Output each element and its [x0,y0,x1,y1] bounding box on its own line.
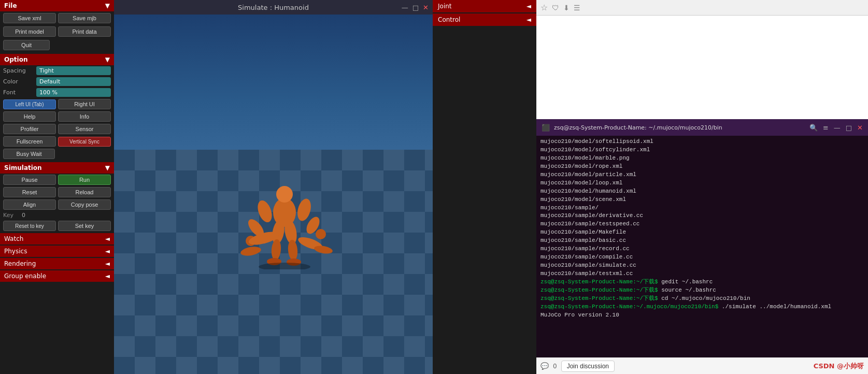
joint-section[interactable]: Joint ◄ [433,0,536,12]
prompt-2: zsq@zsq-System-Product-Name:~/下载$ [540,287,658,293]
comment-icon: 💬 [540,362,549,370]
terminal-menu-icon[interactable]: ≡ [823,124,829,132]
version-line: MuJoCo Pro version 2.10 [540,311,864,320]
font-label: Font [3,89,34,96]
svg-point-11 [287,239,298,261]
joint-label: Joint [438,3,452,10]
svg-point-17 [240,245,262,257]
quit-button[interactable]: Quit [3,40,50,50]
simulation-viewport[interactable] [114,0,433,374]
align-copy-row: Align Copy pose [0,198,114,211]
window-title-bar: Simulate : Humanoid — □ ✕ [114,0,433,15]
option-arrow: ▼ [105,56,110,63]
spacing-value[interactable]: Tight [36,66,111,75]
fullscreen-vsync-row: Fullscreen Vertical Sync [0,135,114,148]
reset-reload-row: Reset Reload [0,186,114,198]
align-button[interactable]: Align [3,199,56,210]
vertical-sync-button[interactable]: Vertical Sync [58,137,111,147]
term-line: mujoco210/sample/record.cc [540,245,864,253]
reset-setkey-row: Reset to key Set key [0,220,114,232]
close-icon[interactable]: ✕ [423,4,429,11]
menu-icon[interactable]: ☰ [574,4,580,12]
simulation-section-header[interactable]: Simulation ▼ [0,162,114,174]
terminal-minimize-icon[interactable]: — [834,124,841,132]
copy-pose-button[interactable]: Copy pose [58,199,111,210]
help-button[interactable]: Help [3,111,56,122]
prompt-line-2: zsq@zsq-System-Product-Name:~/下载$ source… [540,286,864,295]
minimize-icon[interactable]: — [402,4,408,11]
term-line: mujoco210/model/humanoid.xml [540,188,864,196]
term-line: mujoco210/sample/testspeed.cc [540,220,864,228]
left-ui-tab-button[interactable]: Left UI (Tab) [3,99,56,109]
fullscreen-button[interactable]: Fullscreen [3,136,56,147]
physics-arrow: ◄ [105,248,110,255]
shield-icon[interactable]: 🛡 [552,4,559,12]
svg-point-2 [255,198,275,224]
far-right-panel: ☆ 🛡 ⬇ ☰ ⬛ zsq@zsq-System-Product-Name: ~… [536,0,868,374]
cmd-2: source ~/.bashrc [658,287,716,293]
window-title: Simulate : Humanoid [238,4,309,11]
terminal-body[interactable]: mujoco210/model/softellipsoid.xml mujoco… [536,136,868,357]
term-line: mujoco210/sample/Makefile [540,228,864,237]
file-row-3: Quit [0,38,114,52]
profiler-button[interactable]: Profiler [3,124,56,134]
term-line: mujoco210/model/loop.xml [540,179,864,188]
term-line: mujoco210/model/scene.xml [540,196,864,204]
reset-to-key-button[interactable]: Reset to key [3,221,56,231]
save-xml-button[interactable]: Save xml [3,13,56,23]
rendering-arrow: ◄ [105,260,110,267]
prompt-line-1: zsq@zsq-System-Product-Name:~/下载$ gedit … [540,278,864,286]
discussion-bar: 💬 0 Join discussion CSDN @小帅呀 [536,357,868,374]
file-section-label: File [4,2,17,9]
term-line: mujoco210/sample/compile.cc [540,253,864,262]
busy-wait-row: Busy Wait [0,148,114,160]
terminal-panel: ⬛ zsq@zsq-System-Product-Name: ~/.mujoco… [536,119,868,357]
reset-button[interactable]: Reset [3,187,56,197]
option-section-label: Option [4,56,27,63]
save-mjb-button[interactable]: Save mjb [58,13,111,23]
terminal-close-icon[interactable]: ✕ [857,124,863,132]
ui-toggle-row: Left UI (Tab) Right UI [0,98,114,110]
csdn-watermark: CSDN @小帅呀 [814,362,864,371]
comment-count: 0 [553,363,557,370]
reload-button[interactable]: Reload [58,187,111,197]
restore-icon[interactable]: □ [412,4,419,11]
term-line: mujoco210/sample/simulate.cc [540,262,864,270]
control-label: Control [438,16,460,23]
term-line: mujoco210/sample/ [540,204,864,212]
star-icon[interactable]: ☆ [540,3,548,12]
watch-section-header[interactable]: Watch ◄ [0,233,114,244]
pause-button[interactable]: Pause [3,175,56,185]
key-value: 0 [22,212,111,219]
right-ui-button[interactable]: Right UI [58,99,111,109]
set-key-button[interactable]: Set key [58,221,111,231]
font-value[interactable]: 100 % [36,88,111,97]
control-arrow: ◄ [527,16,531,23]
print-data-button[interactable]: Print data [58,26,111,37]
file-arrow: ▼ [105,2,110,9]
terminal-maximize-icon[interactable]: □ [846,124,852,132]
sensor-button[interactable]: Sensor [58,124,111,134]
busy-wait-button[interactable]: Busy Wait [3,149,55,159]
option-section-header[interactable]: Option ▼ [0,54,114,65]
color-value[interactable]: Default [36,77,111,86]
control-section[interactable]: Control ◄ [433,13,536,26]
key-row: Key 0 [0,211,114,220]
download-icon[interactable]: ⬇ [563,4,570,12]
term-line: mujoco210/model/softellipsoid.xml [540,138,864,146]
print-model-button[interactable]: Print model [3,26,56,37]
term-line: mujoco210/model/particle.xml [540,171,864,179]
prompt-line-4: zsq@zsq-System-Product-Name:~/.mujoco/mu… [540,303,864,311]
physics-section-header[interactable]: Physics ◄ [0,246,114,257]
join-discussion-button[interactable]: Join discussion [561,361,615,372]
prompt-line-3: zsq@zsq-System-Product-Name:~/下载$ cd ~/.… [540,295,864,303]
term-line: mujoco210/model/marble.png [540,154,864,163]
file-section-header[interactable]: File ▼ [0,0,114,11]
terminal-search-icon[interactable]: 🔍 [809,124,818,132]
term-line: mujoco210/model/softcylinder.xml [540,146,864,154]
rendering-section-header[interactable]: Rendering ◄ [0,258,114,269]
run-button[interactable]: Run [58,175,111,185]
info-button[interactable]: Info [58,111,111,122]
group-enable-section-header[interactable]: Group enable ◄ [0,270,114,282]
prompt-3: zsq@zsq-System-Product-Name:~/下载$ [540,295,658,301]
